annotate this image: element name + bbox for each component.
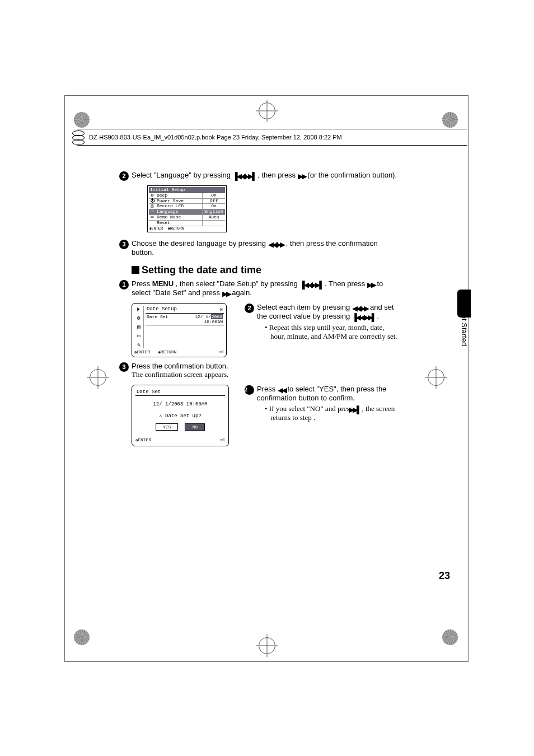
footer-enter: ENTER	[138, 437, 151, 442]
gear-icon: ⚙	[137, 315, 140, 321]
crosshair-mark	[259, 102, 275, 119]
section-heading: Setting the date and time	[132, 264, 400, 276]
rew-ff-icon: ◀◀/▶▶	[352, 305, 368, 312]
battery-icon: ▭▯	[221, 437, 225, 442]
date-setup-row: ⏵ ⚙ ▤ ▭ ✎ Date Setup⚒ Date Set 12/ 1/200…	[132, 303, 400, 357]
page-number: 23	[439, 570, 450, 582]
step2r-a: Select each item by pressing	[257, 303, 352, 311]
fast-forward-icon: ▶▶	[367, 281, 375, 288]
step4-bullet-a: If you select "NO" and press	[269, 404, 354, 413]
fast-forward-icon: ▶▶	[298, 172, 306, 180]
crosshair-mark	[259, 637, 275, 654]
calendar-icon: ▤	[137, 324, 140, 330]
time-part: 10:00AM	[204, 319, 223, 324]
doc-header: DZ-HS903-803-US-Ea_IM_v01d05n02.p.book P…	[77, 129, 467, 146]
prev-next-icon: ▐◀◀/▶▶▌	[233, 172, 256, 180]
heading-text: Setting the date and time	[142, 264, 261, 276]
crosshair-mark	[90, 369, 106, 386]
year-highlight: 2008	[211, 314, 223, 319]
screen-icon: ▭	[137, 333, 140, 339]
confirm-datetime: 12/ 1/2008 10:00AM	[135, 402, 225, 407]
step2-text-a: Select "Language" by pressing	[132, 171, 233, 179]
doc-header-text: DZ-HS903-803-US-Ea_IM_v01d05n02.p.book P…	[89, 134, 342, 141]
tool-icon: ✎	[137, 342, 140, 348]
footer-enter: ENTER	[137, 349, 150, 354]
square-bullet-icon	[132, 266, 139, 274]
step-number-2: 2	[119, 171, 129, 181]
step-1: 1 Press MENU , then select "Date Setup" …	[132, 279, 400, 297]
menu3-title: Date Set	[135, 389, 225, 396]
binding-icon	[72, 129, 86, 145]
step-3-bottom: 3 Press the confirmation button. The con…	[132, 362, 400, 379]
step1-e: again.	[232, 288, 251, 297]
step3b-b: The confirmation screen appears.	[132, 370, 228, 379]
date-part: 12/ 1/	[195, 314, 211, 319]
page-content: 2 Select "Language" by pressing ▐◀◀/▶▶▌ …	[132, 171, 400, 451]
menu-label: MENU	[152, 279, 174, 288]
no-button: NO	[185, 423, 205, 431]
step2-text-b: , then press	[257, 171, 298, 179]
registration-mark	[442, 629, 458, 645]
next-track-icon: ▶▶▌	[354, 406, 360, 413]
menu1-footer: ◑ENTER ◉RETURN	[149, 226, 225, 231]
chapter-tab-label: Let's Get Started	[460, 292, 469, 346]
chapter-tab: Let's Get Started	[457, 290, 471, 362]
step-3-top: 3 Choose the desired language by pressin…	[132, 239, 400, 256]
step2r-bullet: Repeat this step until year, month, date…	[265, 323, 400, 341]
footer-return: RETURN	[161, 349, 177, 354]
step1-c: . Then press	[325, 279, 367, 288]
warning-icon: ⚠	[159, 413, 162, 419]
crosshair-mark	[428, 369, 444, 386]
date-set-label: Date Set	[146, 314, 194, 325]
step4-bullet-c: .	[313, 413, 315, 422]
battery-icon: ▭▯	[219, 349, 224, 354]
camera-icon: ⏵	[136, 306, 142, 312]
date-set-row: Date Set 12/ 1/2008 10:00AM	[146, 314, 224, 325]
yes-button: YES	[156, 423, 178, 431]
step-number-2: 2	[245, 304, 254, 313]
prev-next-icon: ▐◀◀/▶▶▌	[352, 314, 375, 321]
date-set-confirm-screenshot: Date Set 12/ 1/2008 10:00AM ⚠ Date Set u…	[132, 385, 229, 446]
registration-mark	[74, 112, 90, 128]
confirm-prompt: Date Set up?	[165, 413, 202, 419]
step1-b: , then select "Date Setup" by pressing	[176, 279, 300, 288]
fast-forward-icon: ▶▶	[222, 290, 230, 297]
step-2-right: 2 Select each item by pressing ◀◀/▶▶ and…	[257, 303, 400, 341]
step-4: 4 Press ◀◀ to select "YES", then press t…	[257, 385, 400, 422]
registration-mark	[442, 112, 458, 128]
registration-mark	[74, 629, 90, 645]
confirm-row: Date Set 12/ 1/2008 10:00AM ⚠ Date Set u…	[132, 385, 400, 446]
step3b-a: Press the confirmation button.	[132, 362, 228, 370]
icon-column: ⏵ ⚙ ▤ ▭ ✎	[134, 306, 143, 348]
step2-text-c: (or the confirmation button).	[307, 171, 397, 179]
prev-next-icon: ▐◀◀/▶▶▌	[299, 281, 322, 288]
step4-bullet: If you select "NO" and press ▶▶▌ , the s…	[265, 404, 400, 422]
step-2-top: 2 Select "Language" by pressing ▐◀◀/▶▶▌ …	[132, 171, 400, 180]
step3-text-a: Choose the desired language by pressing	[132, 239, 268, 248]
step4-a: Press	[257, 385, 278, 393]
initial-setup-screenshot: Initial Setup ⚙BeepOn ⏻Power SaveOff ▤Re…	[147, 185, 227, 232]
step2r-c: .	[377, 312, 379, 320]
tool-icon: ⚒	[220, 306, 223, 312]
menu1-row-reset: Reset	[149, 221, 225, 226]
step1-a: Press	[132, 279, 152, 288]
menu2-title: Date Setup	[147, 306, 177, 312]
rewind-icon: ◀◀	[278, 386, 285, 394]
date-setup-screenshot: ⏵ ⚙ ▤ ▭ ✎ Date Setup⚒ Date Set 12/ 1/200…	[132, 303, 227, 357]
rew-ff-icon: ◀◀/▶▶	[268, 241, 284, 248]
